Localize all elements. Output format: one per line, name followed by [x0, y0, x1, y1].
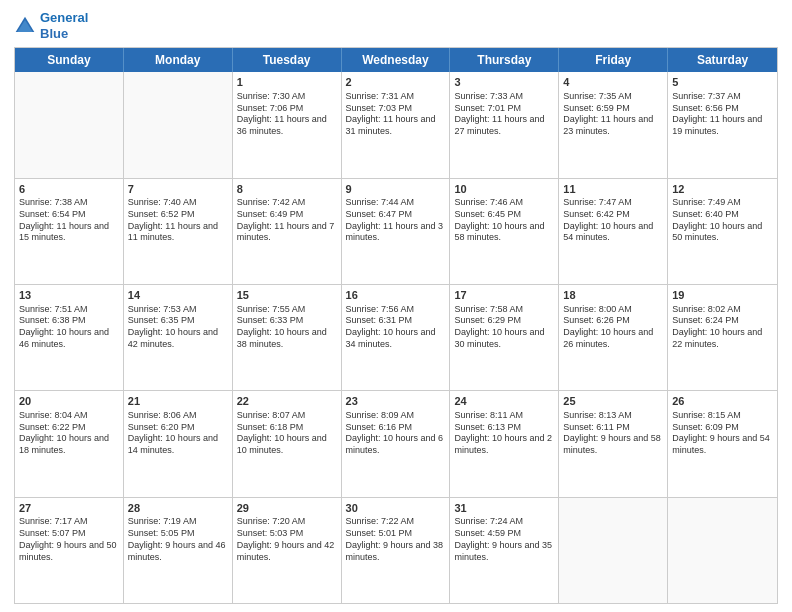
day-cell-9: 9Sunrise: 7:44 AM Sunset: 6:47 PM Daylig… — [342, 179, 451, 284]
day-number: 4 — [563, 75, 663, 90]
day-number: 8 — [237, 182, 337, 197]
day-info: Sunrise: 8:00 AM Sunset: 6:26 PM Dayligh… — [563, 304, 663, 351]
page-container: General Blue SundayMondayTuesdayWednesda… — [0, 0, 792, 612]
weekday-header-thursday: Thursday — [450, 48, 559, 72]
logo-icon — [14, 15, 36, 37]
calendar-header: SundayMondayTuesdayWednesdayThursdayFrid… — [15, 48, 777, 72]
logo-text: General Blue — [40, 10, 88, 41]
day-cell-6: 6Sunrise: 7:38 AM Sunset: 6:54 PM Daylig… — [15, 179, 124, 284]
day-cell-7: 7Sunrise: 7:40 AM Sunset: 6:52 PM Daylig… — [124, 179, 233, 284]
day-cell-5: 5Sunrise: 7:37 AM Sunset: 6:56 PM Daylig… — [668, 72, 777, 177]
day-cell-1: 1Sunrise: 7:30 AM Sunset: 7:06 PM Daylig… — [233, 72, 342, 177]
day-number: 31 — [454, 501, 554, 516]
day-info: Sunrise: 7:56 AM Sunset: 6:31 PM Dayligh… — [346, 304, 446, 351]
day-number: 18 — [563, 288, 663, 303]
day-info: Sunrise: 7:33 AM Sunset: 7:01 PM Dayligh… — [454, 91, 554, 138]
day-info: Sunrise: 7:42 AM Sunset: 6:49 PM Dayligh… — [237, 197, 337, 244]
weekday-header-wednesday: Wednesday — [342, 48, 451, 72]
day-info: Sunrise: 8:13 AM Sunset: 6:11 PM Dayligh… — [563, 410, 663, 457]
day-info: Sunrise: 7:22 AM Sunset: 5:01 PM Dayligh… — [346, 516, 446, 563]
day-cell-17: 17Sunrise: 7:58 AM Sunset: 6:29 PM Dayli… — [450, 285, 559, 390]
day-info: Sunrise: 7:40 AM Sunset: 6:52 PM Dayligh… — [128, 197, 228, 244]
calendar-row-1: 1Sunrise: 7:30 AM Sunset: 7:06 PM Daylig… — [15, 72, 777, 177]
day-cell-2: 2Sunrise: 7:31 AM Sunset: 7:03 PM Daylig… — [342, 72, 451, 177]
weekday-header-sunday: Sunday — [15, 48, 124, 72]
day-number: 13 — [19, 288, 119, 303]
day-number: 27 — [19, 501, 119, 516]
day-cell-28: 28Sunrise: 7:19 AM Sunset: 5:05 PM Dayli… — [124, 498, 233, 603]
day-cell-25: 25Sunrise: 8:13 AM Sunset: 6:11 PM Dayli… — [559, 391, 668, 496]
day-cell-29: 29Sunrise: 7:20 AM Sunset: 5:03 PM Dayli… — [233, 498, 342, 603]
day-cell-31: 31Sunrise: 7:24 AM Sunset: 4:59 PM Dayli… — [450, 498, 559, 603]
day-cell-23: 23Sunrise: 8:09 AM Sunset: 6:16 PM Dayli… — [342, 391, 451, 496]
day-cell-13: 13Sunrise: 7:51 AM Sunset: 6:38 PM Dayli… — [15, 285, 124, 390]
day-info: Sunrise: 7:53 AM Sunset: 6:35 PM Dayligh… — [128, 304, 228, 351]
calendar-body: 1Sunrise: 7:30 AM Sunset: 7:06 PM Daylig… — [15, 72, 777, 603]
day-info: Sunrise: 7:44 AM Sunset: 6:47 PM Dayligh… — [346, 197, 446, 244]
day-cell-4: 4Sunrise: 7:35 AM Sunset: 6:59 PM Daylig… — [559, 72, 668, 177]
calendar: SundayMondayTuesdayWednesdayThursdayFrid… — [14, 47, 778, 604]
day-cell-26: 26Sunrise: 8:15 AM Sunset: 6:09 PM Dayli… — [668, 391, 777, 496]
day-info: Sunrise: 8:15 AM Sunset: 6:09 PM Dayligh… — [672, 410, 773, 457]
weekday-header-saturday: Saturday — [668, 48, 777, 72]
day-info: Sunrise: 7:46 AM Sunset: 6:45 PM Dayligh… — [454, 197, 554, 244]
day-info: Sunrise: 7:24 AM Sunset: 4:59 PM Dayligh… — [454, 516, 554, 563]
day-number: 5 — [672, 75, 773, 90]
day-info: Sunrise: 7:38 AM Sunset: 6:54 PM Dayligh… — [19, 197, 119, 244]
day-cell-11: 11Sunrise: 7:47 AM Sunset: 6:42 PM Dayli… — [559, 179, 668, 284]
day-cell-3: 3Sunrise: 7:33 AM Sunset: 7:01 PM Daylig… — [450, 72, 559, 177]
day-number: 9 — [346, 182, 446, 197]
day-number: 28 — [128, 501, 228, 516]
day-cell-19: 19Sunrise: 8:02 AM Sunset: 6:24 PM Dayli… — [668, 285, 777, 390]
day-info: Sunrise: 7:31 AM Sunset: 7:03 PM Dayligh… — [346, 91, 446, 138]
weekday-header-friday: Friday — [559, 48, 668, 72]
day-cell-22: 22Sunrise: 8:07 AM Sunset: 6:18 PM Dayli… — [233, 391, 342, 496]
empty-cell — [559, 498, 668, 603]
day-number: 7 — [128, 182, 228, 197]
day-info: Sunrise: 7:20 AM Sunset: 5:03 PM Dayligh… — [237, 516, 337, 563]
day-number: 26 — [672, 394, 773, 409]
day-number: 22 — [237, 394, 337, 409]
day-info: Sunrise: 8:11 AM Sunset: 6:13 PM Dayligh… — [454, 410, 554, 457]
day-info: Sunrise: 7:17 AM Sunset: 5:07 PM Dayligh… — [19, 516, 119, 563]
day-cell-15: 15Sunrise: 7:55 AM Sunset: 6:33 PM Dayli… — [233, 285, 342, 390]
calendar-row-4: 20Sunrise: 8:04 AM Sunset: 6:22 PM Dayli… — [15, 390, 777, 496]
calendar-row-3: 13Sunrise: 7:51 AM Sunset: 6:38 PM Dayli… — [15, 284, 777, 390]
day-info: Sunrise: 7:47 AM Sunset: 6:42 PM Dayligh… — [563, 197, 663, 244]
day-cell-14: 14Sunrise: 7:53 AM Sunset: 6:35 PM Dayli… — [124, 285, 233, 390]
day-number: 2 — [346, 75, 446, 90]
day-info: Sunrise: 8:02 AM Sunset: 6:24 PM Dayligh… — [672, 304, 773, 351]
day-info: Sunrise: 8:06 AM Sunset: 6:20 PM Dayligh… — [128, 410, 228, 457]
day-number: 12 — [672, 182, 773, 197]
day-number: 1 — [237, 75, 337, 90]
day-cell-20: 20Sunrise: 8:04 AM Sunset: 6:22 PM Dayli… — [15, 391, 124, 496]
day-number: 25 — [563, 394, 663, 409]
day-info: Sunrise: 7:35 AM Sunset: 6:59 PM Dayligh… — [563, 91, 663, 138]
day-cell-24: 24Sunrise: 8:11 AM Sunset: 6:13 PM Dayli… — [450, 391, 559, 496]
day-cell-18: 18Sunrise: 8:00 AM Sunset: 6:26 PM Dayli… — [559, 285, 668, 390]
day-number: 10 — [454, 182, 554, 197]
day-number: 30 — [346, 501, 446, 516]
calendar-row-5: 27Sunrise: 7:17 AM Sunset: 5:07 PM Dayli… — [15, 497, 777, 603]
day-number: 21 — [128, 394, 228, 409]
day-number: 17 — [454, 288, 554, 303]
page-header: General Blue — [14, 10, 778, 41]
day-cell-16: 16Sunrise: 7:56 AM Sunset: 6:31 PM Dayli… — [342, 285, 451, 390]
weekday-header-monday: Monday — [124, 48, 233, 72]
day-number: 24 — [454, 394, 554, 409]
day-number: 3 — [454, 75, 554, 90]
day-number: 16 — [346, 288, 446, 303]
day-number: 20 — [19, 394, 119, 409]
day-info: Sunrise: 8:07 AM Sunset: 6:18 PM Dayligh… — [237, 410, 337, 457]
weekday-header-tuesday: Tuesday — [233, 48, 342, 72]
day-info: Sunrise: 8:09 AM Sunset: 6:16 PM Dayligh… — [346, 410, 446, 457]
day-cell-21: 21Sunrise: 8:06 AM Sunset: 6:20 PM Dayli… — [124, 391, 233, 496]
empty-cell — [124, 72, 233, 177]
day-cell-8: 8Sunrise: 7:42 AM Sunset: 6:49 PM Daylig… — [233, 179, 342, 284]
logo: General Blue — [14, 10, 88, 41]
day-number: 23 — [346, 394, 446, 409]
day-info: Sunrise: 7:51 AM Sunset: 6:38 PM Dayligh… — [19, 304, 119, 351]
day-info: Sunrise: 7:37 AM Sunset: 6:56 PM Dayligh… — [672, 91, 773, 138]
day-info: Sunrise: 7:55 AM Sunset: 6:33 PM Dayligh… — [237, 304, 337, 351]
day-cell-10: 10Sunrise: 7:46 AM Sunset: 6:45 PM Dayli… — [450, 179, 559, 284]
